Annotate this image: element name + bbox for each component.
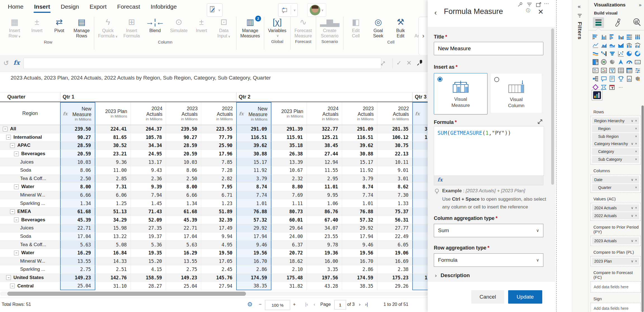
data-cell[interactable]: 10.03 [60,158,95,166]
description-expander[interactable]: ›Description [435,272,470,279]
data-cell[interactable]: 16.29 [60,249,95,257]
data-cell[interactable]: 145.76 [201,274,236,282]
collapse-toggle[interactable]: − [14,184,19,189]
data-cell[interactable]: 9.78 [307,241,342,249]
data-cell[interactable]: 22.49 [377,232,412,241]
row-label[interactable]: −United States [0,274,60,282]
data-cell[interactable]: 17.96 [201,150,236,158]
data-cell[interactable]: 81.65 [95,133,131,142]
data-cell[interactable]: 2.32 [271,175,307,183]
data-cell[interactable]: 19.37 [131,232,166,241]
info-icon[interactable]: ⓘ [526,8,530,13]
data-cell[interactable]: 174.59 [342,274,377,282]
chevron-down-icon[interactable]: ∨ [631,142,633,146]
column-header[interactable]: 2024 Actualsin Millions [131,102,166,125]
collapse-toggle[interactable]: − [10,209,15,214]
ribbon-tab-design[interactable]: Design [61,3,79,13]
data-cell[interactable]: 125.21 [307,133,342,142]
collapse-toggle[interactable]: − [3,127,8,131]
visual-icon-metrics[interactable] [617,75,624,82]
visual-icon-stacked-area-chart[interactable] [609,42,616,49]
chevron-down-icon[interactable]: ∨ [631,119,633,123]
data-cell[interactable]: 7.95 [201,183,236,191]
pivot-button[interactable]: ⇄Pivot [48,16,70,33]
expand-filters-icon[interactable]: « [578,3,581,9]
data-cell[interactable]: 5.08 [95,241,131,249]
data-cell[interactable]: 7.85 [201,158,236,166]
expand-formula-icon[interactable] [380,60,386,68]
row-label[interactable]: −Water [0,183,60,191]
data-cell[interactable]: 2.51 [95,265,131,274]
data-cell[interactable]: 8.00 [60,183,95,191]
data-cell[interactable]: 9.46 [236,241,271,249]
column-header[interactable]: 2022 Actualsin Millions [377,102,412,125]
data-cell[interactable]: 10.67 [271,166,307,175]
last-page-button[interactable]: ›| [365,302,368,307]
data-cell-clipped[interactable] [412,199,428,208]
data-cell[interactable]: 28.59 [60,141,95,150]
quick-formula-button[interactable]: ϟQuickFormula∨ [95,16,120,39]
data-cell[interactable]: 8.80 [271,183,307,191]
data-cell[interactable]: 80.73 [271,208,307,216]
data-cell-clipped[interactable] [412,158,428,166]
remove-field-icon[interactable]: × [635,127,637,131]
field-pill[interactable]: Category Hierarchy∨× [592,140,639,147]
data-cell[interactable]: 6.71 [201,191,236,200]
data-cell[interactable]: 77.79 [201,133,236,142]
data-cell[interactable]: 30.88 [236,150,271,158]
edit-report-button[interactable]: ∨ [207,3,222,17]
panel-scrollbar[interactable] [551,28,554,185]
manage-measures-button[interactable]: ▥ManageMeasures2 [238,16,263,39]
chevron-down-icon[interactable]: ∨ [631,214,633,218]
data-cell[interactable]: 2.50 [166,175,201,183]
data-cell[interactable]: 105.78 [131,133,166,142]
data-cell[interactable]: 9.39 [131,183,166,191]
visual-icon-line-chart[interactable] [592,42,599,49]
data-cell[interactable]: 174.59 [236,274,271,282]
data-cell[interactable]: 13.22 [95,232,131,241]
well-rows[interactable]: Region Hierarchy∨×Region×Sub Region×Cate… [591,116,641,164]
data-cell[interactable]: 19.56 [342,249,377,257]
filter-icon[interactable] [527,2,532,8]
data-cell[interactable]: 8.62 [377,183,412,191]
data-cell-clipped[interactable] [412,241,428,249]
well-compare-to-plan-pl-[interactable]: 2023 Plan∨× [591,256,641,266]
data-cell[interactable]: 22.71 [60,224,95,232]
data-cell[interactable]: 76.88 [342,208,377,216]
data-cell[interactable]: 19.06 [377,249,412,257]
field-pill[interactable]: 2024 Actuals∨× [592,204,639,212]
data-cell[interactable]: 2.38 [377,265,412,274]
tab-analytics[interactable] [632,17,642,28]
data-cell[interactable]: 6.37 [271,241,307,249]
data-cell[interactable]: 20.59 [60,150,95,158]
data-cell[interactable]: 291.09 [342,125,377,133]
data-cell[interactable]: 27.44 [307,150,342,158]
column-header[interactable]: fxMin [412,102,428,125]
data-cell[interactable]: 13.39 [271,158,307,166]
expand-editor-icon[interactable] [537,118,543,126]
data-cell[interactable]: 27.94 [201,282,236,290]
data-cell[interactable]: 34.34 [131,141,166,150]
data-cell[interactable]: 14.33 [95,257,131,266]
insert-formula-button[interactable]: ⊞InsertFormula [120,16,143,39]
collapse-pane-icon[interactable]: » [639,2,641,8]
data-cell[interactable]: 39.62 [342,141,377,150]
visual-icon-scatter-chart[interactable] [617,50,624,57]
data-cell-clipped[interactable] [412,249,428,257]
data-cell-clipped[interactable] [412,175,428,183]
field-pill-child[interactable]: Sub Category× [592,156,639,163]
data-cell[interactable]: 6.05 [377,241,412,249]
data-cell[interactable]: 45.39 [60,216,95,224]
data-cell-clipped[interactable] [412,265,428,274]
data-cell[interactable]: 158.59 [131,274,166,282]
data-cell[interactable]: 1.01 [342,199,377,208]
data-cell[interactable]: 23.21 [95,150,131,158]
data-cell[interactable]: 197.56 [307,274,342,282]
data-cell[interactable]: 2.85 [95,175,131,183]
data-cell[interactable]: 264.37 [131,125,166,133]
visual-icon-line-clustered-column-chart[interactable] [634,42,641,49]
data-cell[interactable]: 291.39 [271,125,307,133]
data-cell[interactable]: 76.88 [236,208,271,216]
field-pill-child[interactable]: Category× [592,148,639,155]
data-cell[interactable]: 7.74 [236,191,271,200]
